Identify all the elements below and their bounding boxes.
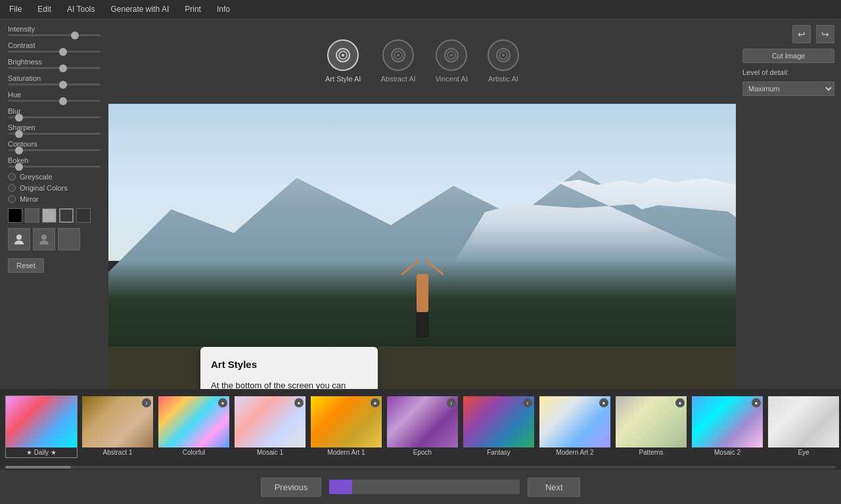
originalcolors-checkbox[interactable] [8,184,16,192]
vincent-ai-icon [436,39,467,71]
menu-info[interactable]: Info [214,3,233,15]
figure-arms [396,252,449,278]
thumb-patterns-label: Patterns [616,447,687,457]
filmstrip-thumb-mosaic1[interactable]: ● Mosaic 1 [234,396,306,458]
filmstrip-thumb-patterns[interactable]: ● Patterns [615,396,687,458]
bokeh-track[interactable] [8,166,101,168]
filmstrip-thumb-daily[interactable]: ★ Daily ★ [5,396,78,458]
thumb-eye-label: Eye [768,447,839,457]
filmstrip-thumb-abstract1[interactable]: i Abstract 1 [81,396,154,458]
avatar-btn-2[interactable] [33,228,55,250]
reset-button[interactable]: Reset [8,258,44,273]
menu-print[interactable]: Print [182,3,204,15]
thumb-epoch-badge: i [447,398,456,407]
menu-generate[interactable]: Generate with AI [108,3,172,15]
undo-redo-row: ↩ ↪ [742,25,834,43]
filmstrip-scrollbar[interactable] [0,465,841,470]
mirror-checkbox-row: Mirror [8,195,101,203]
svg-point-14 [502,54,505,57]
menu-edit[interactable]: Edit [35,3,54,15]
thumb-eye-img [768,396,839,447]
previous-button[interactable]: Previous [261,478,322,497]
swatch-outline[interactable] [59,208,74,223]
swatch-light-gray[interactable] [42,208,57,223]
saturation-label: Saturation [8,74,101,82]
thumb-mosaic1-label: Mosaic 1 [235,447,306,457]
tool-vincent-ai[interactable]: Vincent AI [436,39,468,83]
intensity-track[interactable] [8,34,101,36]
avatar-btn-1[interactable] [8,228,30,250]
pagination: Previous Next [0,470,841,504]
filmstrip-thumb-modernart2[interactable]: ● Modern Art 2 [539,396,611,458]
hue-thumb[interactable] [59,97,67,105]
thumb-daily-img [6,396,77,447]
filmstrip-thumb-mosaic2[interactable]: ● Mosaic 2 [691,396,763,458]
hue-slider-row: Hue [8,91,101,102]
originalcolors-label: Original Colors [20,184,68,192]
filmstrip-thumb-modernart1[interactable]: ● Modern Art 1 [310,396,382,458]
artistic-ai-icon [488,39,519,71]
main-area: Intensity Contrast Brightness Saturation… [0,18,841,389]
thumb-fantasy-label: Fantasy [463,447,534,457]
tool-artistic-ai[interactable]: Artistic AI [488,39,519,83]
menu-bar: File Edit AI Tools Generate with AI Prin… [0,0,841,18]
thumb-colorful-badge: ● [218,398,227,407]
tool-art-style-ai[interactable]: Art Style AI [325,39,361,83]
thumb-fantasy-badge: i [523,398,532,407]
artistic-ai-label: Artistic AI [488,75,518,83]
brightness-track[interactable] [8,67,101,69]
mirror-checkbox[interactable] [8,195,16,203]
thumb-abstract1-badge: i [142,398,151,407]
figure [403,246,442,338]
avatar-btn-3[interactable] [58,228,80,250]
filmstrip-thumb-fantasy[interactable]: i Fantasy [463,396,535,458]
undo-button[interactable]: ↩ [792,25,811,43]
thumb-patterns-badge: ● [675,398,685,407]
contrast-thumb[interactable] [59,48,67,56]
filmstrip-thumb-epoch[interactable]: i Epoch [386,396,459,458]
svg-point-8 [397,54,399,57]
bokeh-thumb[interactable] [15,163,23,171]
next-button[interactable]: Next [528,478,580,497]
figure-legs [416,312,429,338]
contrast-track[interactable] [8,51,101,53]
saturation-track[interactable] [8,83,101,85]
saturation-thumb[interactable] [59,81,67,89]
menu-ai-tools[interactable]: AI Tools [64,3,97,15]
greyscale-checkbox[interactable] [8,173,16,181]
mirror-label: Mirror [20,195,39,203]
swatch-black[interactable] [8,208,22,223]
redo-button[interactable]: ↪ [816,25,834,43]
sharpen-slider-row: Sharpen [8,124,101,135]
swatch-dark-gray[interactable] [25,208,39,223]
sharpen-thumb[interactable] [15,130,23,138]
art-style-ai-label: Art Style AI [325,75,361,83]
bokeh-label: Bokeh [8,156,101,164]
tool-abstract-ai[interactable]: Abstract AI [380,39,415,83]
filmstrip-thumb-eye[interactable]: Eye [767,396,840,458]
top-tools: Art Style AI Abstract AI Vincent AI Arti… [108,18,736,104]
swatch-dark-bg[interactable] [76,208,91,223]
intensity-thumb[interactable] [71,32,79,39]
cut-image-button[interactable]: Cut Image [742,49,834,63]
hue-track[interactable] [8,100,101,102]
sharpen-label: Sharpen [8,124,101,131]
contours-thumb[interactable] [15,147,23,154]
filmstrip-thumb-colorful[interactable]: ● Colorful [158,396,230,458]
blur-track[interactable] [8,116,101,118]
thumb-mosaic2-badge: ● [752,398,761,407]
level-of-detail-select[interactable]: Maximum High Medium Low [742,81,834,96]
brightness-label: Brightness [8,58,101,66]
sharpen-track[interactable] [8,133,101,135]
menu-file[interactable]: File [7,3,24,15]
blur-thumb[interactable] [15,114,23,122]
scrollbar-thumb[interactable] [5,466,71,469]
greyscale-label: Greyscale [20,173,53,181]
scrollbar-track[interactable] [5,466,836,469]
brightness-thumb[interactable] [59,64,67,72]
bokeh-slider-row: Bokeh [8,156,101,168]
brightness-slider-row: Brightness [8,58,101,69]
contours-track[interactable] [8,149,101,151]
greyscale-checkbox-row: Greyscale [8,173,101,181]
center-area: Art Style AI Abstract AI Vincent AI Arti… [108,18,736,389]
